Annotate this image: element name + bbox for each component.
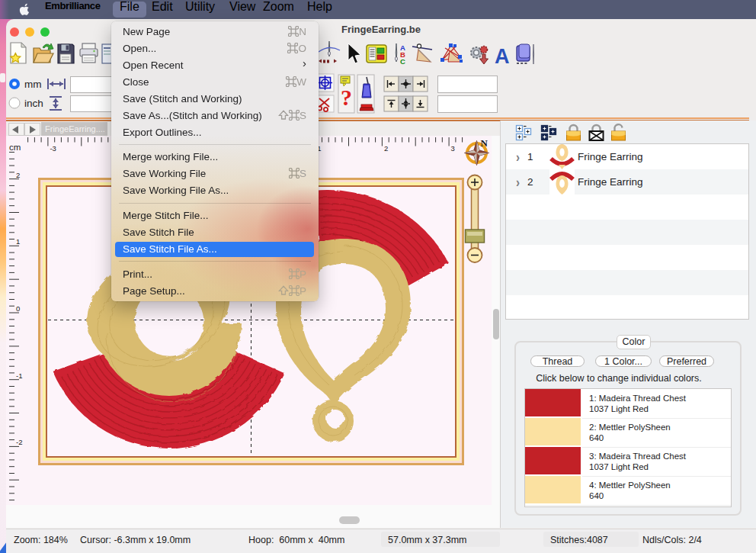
svg-text:?: ? bbox=[341, 85, 352, 110]
svg-text:A: A bbox=[495, 45, 510, 68]
svg-text:inch: inch bbox=[24, 98, 43, 109]
svg-text:mm: mm bbox=[24, 79, 42, 90]
svg-text:N: N bbox=[481, 137, 489, 149]
svg-text:C: C bbox=[400, 57, 405, 66]
